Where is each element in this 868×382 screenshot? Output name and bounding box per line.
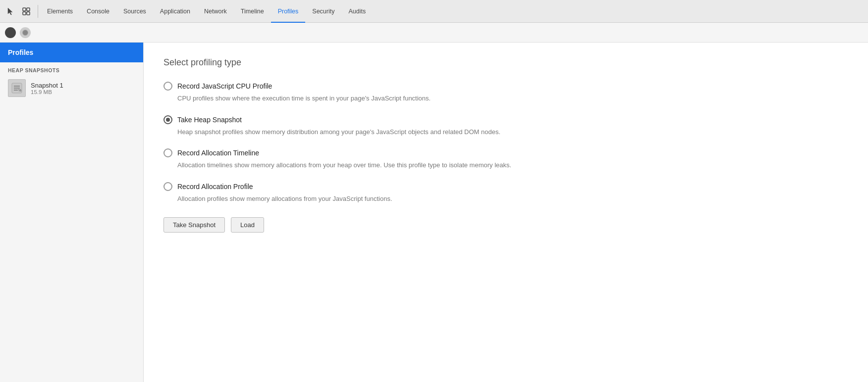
- cursor-icon[interactable]: [4, 5, 17, 18]
- tab-network[interactable]: Network: [197, 0, 234, 23]
- allocation-profile-option: Record Allocation Profile Allocation pro…: [163, 182, 848, 204]
- allocation-profile-row: Record Allocation Profile: [163, 182, 848, 191]
- heap-snapshot-row: Take Heap Snapshot: [163, 115, 848, 124]
- allocation-timeline-radio[interactable]: [163, 148, 172, 157]
- sidebar-snapshot-item[interactable]: % Snapshot 1 15.9 MB: [0, 76, 143, 100]
- svg-rect-3: [27, 12, 30, 15]
- allocation-profile-radio[interactable]: [163, 182, 172, 191]
- allocation-timeline-desc: Allocation timelines show memory allocat…: [177, 160, 848, 170]
- svg-rect-0: [23, 8, 26, 11]
- tab-application[interactable]: Application: [153, 0, 197, 23]
- allocation-timeline-row: Record Allocation Timeline: [163, 148, 848, 157]
- record-bar: [0, 23, 868, 43]
- stop-button[interactable]: [20, 27, 31, 38]
- heap-snapshot-radio[interactable]: [163, 115, 172, 124]
- svg-text:%: %: [18, 89, 21, 92]
- allocation-timeline-label: Record Allocation Timeline: [177, 149, 259, 157]
- snapshot-size: 15.9 MB: [31, 89, 63, 95]
- svg-rect-2: [23, 12, 26, 15]
- nav-tabs: Elements Console Sources Application Net…: [40, 0, 373, 22]
- allocation-profile-label: Record Allocation Profile: [177, 183, 253, 191]
- tab-elements[interactable]: Elements: [40, 0, 80, 23]
- sidebar-section-label: HEAP SNAPSHOTS: [0, 62, 143, 76]
- sidebar-profiles-header[interactable]: Profiles: [0, 43, 143, 62]
- svg-rect-1: [27, 8, 30, 11]
- inspect-icon[interactable]: [20, 5, 33, 18]
- cpu-profile-option: Record JavaScript CPU Profile CPU profil…: [163, 82, 848, 103]
- allocation-timeline-option: Record Allocation Timeline Allocation ti…: [163, 148, 848, 170]
- tab-timeline[interactable]: Timeline: [234, 0, 271, 23]
- sidebar: Profiles HEAP SNAPSHOTS % Snapshot 1 15.…: [0, 43, 144, 382]
- tab-console[interactable]: Console: [80, 0, 116, 23]
- cpu-profile-label: Record JavaScript CPU Profile: [177, 82, 272, 90]
- record-button[interactable]: [5, 27, 16, 38]
- tab-security[interactable]: Security: [305, 0, 341, 23]
- tab-sources[interactable]: Sources: [116, 0, 153, 23]
- tab-audits[interactable]: Audits: [341, 0, 373, 23]
- cpu-profile-desc: CPU profiles show where the execution ti…: [177, 94, 848, 103]
- snapshot-info: Snapshot 1 15.9 MB: [31, 82, 63, 95]
- heap-snapshot-option: Take Heap Snapshot Heap snapshot profile…: [163, 115, 848, 137]
- content-title: Select profiling type: [163, 57, 848, 68]
- action-buttons: Take Snapshot Load: [163, 217, 848, 233]
- heap-snapshot-label: Take Heap Snapshot: [177, 116, 242, 124]
- cpu-profile-row: Record JavaScript CPU Profile: [163, 82, 848, 91]
- snapshot-name: Snapshot 1: [31, 82, 63, 89]
- toolbar: Elements Console Sources Application Net…: [0, 0, 868, 23]
- tab-profiles[interactable]: Profiles: [271, 0, 306, 23]
- cpu-profile-radio[interactable]: [163, 82, 172, 91]
- main-layout: Profiles HEAP SNAPSHOTS % Snapshot 1 15.…: [0, 43, 868, 382]
- toolbar-icons: [4, 5, 38, 18]
- load-button[interactable]: Load: [231, 217, 264, 233]
- heap-snapshot-desc: Heap snapshot profiles show memory distr…: [177, 127, 848, 137]
- take-snapshot-button[interactable]: Take Snapshot: [163, 217, 225, 233]
- snapshot-icon: %: [8, 79, 26, 97]
- allocation-profile-desc: Allocation profiles show memory allocati…: [177, 194, 848, 204]
- content-area: Select profiling type Record JavaScript …: [144, 43, 868, 382]
